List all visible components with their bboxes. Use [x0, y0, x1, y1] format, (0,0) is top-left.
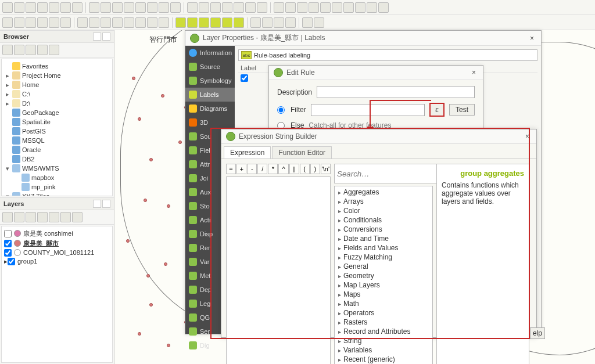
label-icon[interactable]	[187, 17, 198, 28]
function-group[interactable]: Variables	[335, 345, 432, 355]
vector-icon[interactable]	[2, 17, 13, 28]
function-group[interactable]: Date and Time	[335, 234, 432, 243]
toolbar-icon[interactable]	[60, 17, 71, 28]
browser-item[interactable]: DB2	[3, 154, 111, 164]
collapse-icon[interactable]	[60, 212, 71, 222]
operator-button[interactable]: -	[247, 164, 257, 174]
function-group[interactable]: Operators	[335, 308, 432, 318]
props-tab-labels[interactable]: Labels	[185, 88, 235, 102]
csv-icon[interactable]	[37, 17, 48, 28]
visibility-icon[interactable]	[26, 212, 36, 222]
processing-icon[interactable]	[320, 2, 331, 13]
function-list[interactable]: AggregatesArraysColorConditionalsConvers…	[334, 186, 433, 364]
zoom-full-icon[interactable]	[124, 2, 134, 13]
function-group[interactable]: Fields and Values	[335, 243, 432, 253]
zoom-last-icon[interactable]	[147, 2, 157, 13]
zoom-layer-icon[interactable]	[135, 2, 146, 13]
browser-item[interactable]: ▸Home	[3, 80, 111, 89]
labeling-mode-combo[interactable]: abc Rule-based labeling	[238, 49, 537, 61]
toolbar-icon[interactable]	[60, 2, 71, 13]
props-tab-3d[interactable]: 3D	[185, 116, 235, 129]
panel-float-icon[interactable]	[93, 200, 101, 208]
dialog-title-bar[interactable]: Edit Rule ×	[269, 66, 483, 80]
browser-item[interactable]: mapbox	[3, 173, 111, 182]
filter-radio[interactable]	[277, 106, 285, 114]
zoom-next-icon[interactable]	[159, 2, 169, 13]
toolbar-icon[interactable]	[378, 2, 389, 13]
toolbar-icon[interactable]	[297, 2, 307, 13]
operator-button[interactable]: +	[236, 164, 246, 174]
label-icon[interactable]	[175, 17, 186, 28]
pan-icon[interactable]	[89, 2, 99, 13]
underlying-help-button[interactable]: elp	[530, 327, 545, 339]
function-group[interactable]: Math	[335, 299, 432, 308]
toolbar-icon[interactable]	[159, 17, 169, 28]
close-icon[interactable]: ×	[528, 34, 536, 42]
function-group[interactable]: Record and Attributes	[335, 327, 432, 336]
panel-close-icon[interactable]	[102, 200, 110, 208]
globe-icon[interactable]	[285, 17, 296, 28]
expression-button[interactable]: ε	[429, 103, 445, 117]
filter-icon[interactable]	[26, 45, 36, 55]
layer-item[interactable]: 康是美_縣市	[3, 239, 111, 248]
dialog-title-bar[interactable]: Layer Properties - 康是美_縣市 | Labels ×	[185, 31, 541, 46]
panel-close-icon[interactable]	[102, 33, 110, 41]
browser-item[interactable]: PostGIS	[3, 127, 111, 136]
dialog-title-bar[interactable]: Expression String Builder ×	[221, 129, 536, 144]
rule-checkbox[interactable]	[241, 74, 248, 82]
toolbar-icon[interactable]	[101, 17, 111, 28]
function-group[interactable]: Conditionals	[335, 215, 432, 225]
save-icon[interactable]	[26, 2, 36, 13]
toolbar-icon[interactable]	[199, 2, 209, 13]
browser-item[interactable]: GeoPackage	[3, 108, 111, 117]
function-group[interactable]: String	[335, 336, 432, 345]
function-group[interactable]: Recent (generic)	[335, 355, 432, 364]
globe-icon[interactable]	[274, 17, 284, 28]
style-icon[interactable]	[2, 212, 13, 222]
toolbar-icon[interactable]	[147, 17, 157, 28]
operator-button[interactable]: *	[268, 164, 278, 174]
globe-icon[interactable]	[250, 17, 261, 28]
refresh-icon[interactable]	[170, 2, 181, 13]
python-icon[interactable]	[302, 17, 313, 28]
sigma-icon[interactable]	[332, 2, 342, 13]
filter-icon[interactable]	[37, 212, 48, 222]
toolbar-icon[interactable]	[124, 17, 134, 28]
label-icon[interactable]	[199, 17, 209, 28]
browser-item[interactable]: MSSQL	[3, 136, 111, 145]
edit-icon[interactable]	[77, 17, 88, 28]
browser-item[interactable]: ▸Project Home	[3, 71, 111, 80]
measure-icon[interactable]	[234, 2, 244, 13]
zoom-out-icon[interactable]	[112, 2, 123, 13]
open-icon[interactable]	[14, 2, 24, 13]
function-group[interactable]: Map Layers	[335, 280, 432, 290]
new-icon[interactable]	[2, 2, 13, 13]
close-icon[interactable]: ×	[523, 132, 532, 140]
props-tab-symbology[interactable]: Symbology	[185, 74, 235, 88]
browser-item[interactable]: ▾XYZ Tiles	[3, 192, 111, 196]
browser-item[interactable]: Oracle	[3, 145, 111, 154]
browser-item[interactable]: SpatiaLite	[3, 117, 111, 127]
props-tab-source[interactable]: Source	[185, 60, 235, 74]
add-group-icon[interactable]	[14, 212, 24, 222]
test-button[interactable]: Test	[449, 104, 475, 116]
label-icon[interactable]	[210, 17, 221, 28]
toolbar-icon[interactable]	[72, 2, 83, 13]
browser-item[interactable]: ▸C:\	[3, 89, 111, 99]
function-group[interactable]: General	[335, 262, 432, 271]
toolbar-icon[interactable]	[367, 2, 377, 13]
operator-button[interactable]: /	[257, 164, 267, 174]
operator-button[interactable]: (	[300, 164, 310, 174]
function-group[interactable]: Arrays	[335, 197, 432, 206]
deselect-icon[interactable]	[222, 2, 232, 13]
operator-button[interactable]: )	[310, 164, 320, 174]
toolbar-icon[interactable]	[343, 2, 354, 13]
expression-textarea[interactable]	[226, 176, 331, 364]
label-icon[interactable]	[222, 17, 232, 28]
layers-tree[interactable]: 康是美 conshimei康是美_縣市COUNTY_MOI_1081121▸gr…	[1, 226, 113, 363]
browser-item[interactable]: mp_pink	[3, 182, 111, 192]
function-group[interactable]: Fuzzy Matching	[335, 253, 432, 262]
description-input[interactable]	[317, 86, 475, 98]
help-icon[interactable]	[314, 17, 324, 28]
layer-item[interactable]: 康是美 conshimei	[3, 229, 111, 239]
